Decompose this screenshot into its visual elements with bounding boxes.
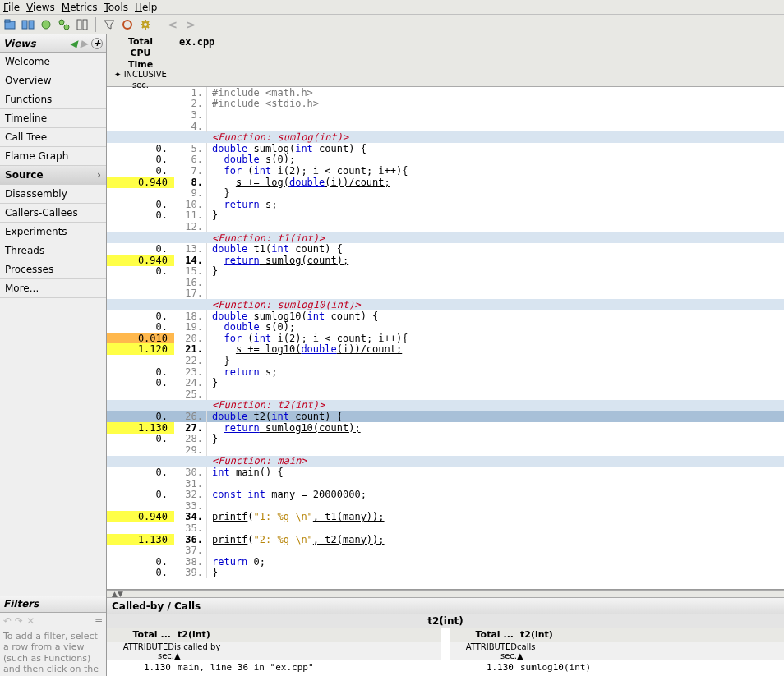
views-header: Views ◀ ▶ + bbox=[0, 34, 106, 53]
sidebar-item-functions[interactable]: Functions bbox=[0, 90, 106, 109]
source-line[interactable]: 2.#include <stdio.h> bbox=[174, 99, 784, 110]
source-line[interactable]: 29. bbox=[174, 444, 784, 456]
source-line[interactable]: 5.double sumlog(int count) { bbox=[174, 143, 784, 154]
source-line[interactable]: 13.double t1(int count) { bbox=[174, 243, 784, 255]
source-line[interactable]: 7. for (int i(2); i < count; i++){ bbox=[174, 165, 784, 177]
menu-tools[interactable]: Tools bbox=[104, 2, 128, 13]
col-total[interactable]: Total ... bbox=[450, 628, 517, 642]
line-number: 37. bbox=[179, 545, 207, 556]
source-line[interactable]: 8. s += log(double(i))/count; bbox=[174, 177, 784, 188]
source-line[interactable]: 39.} bbox=[174, 568, 784, 579]
source-line[interactable]: 26.double t2(int count) { bbox=[174, 411, 784, 422]
source-line[interactable]: 25. bbox=[174, 389, 784, 400]
source-line[interactable]: 20. for (int i(2); i < count; i++){ bbox=[174, 333, 784, 344]
source-line[interactable]: 19. double s(0); bbox=[174, 321, 784, 333]
undo-icon[interactable]: ↶ bbox=[3, 615, 12, 627]
source-line[interactable]: 31. bbox=[174, 478, 784, 490]
menu-help[interactable]: Help bbox=[135, 2, 157, 13]
col-total[interactable]: Total ... bbox=[107, 628, 174, 642]
settings2-icon[interactable] bbox=[76, 18, 89, 31]
menu-file[interactable]: File bbox=[3, 2, 20, 13]
menu-metrics[interactable]: Metrics bbox=[62, 2, 98, 13]
source-line[interactable]: <Function: t1(int)> bbox=[174, 232, 784, 244]
calls-tab[interactable]: Called-by / Calls bbox=[107, 598, 784, 614]
table-row[interactable]: 1.130sumlog10(int) bbox=[450, 660, 784, 674]
menu-views[interactable]: Views bbox=[26, 2, 55, 13]
source-line[interactable]: 32.const int many = 20000000; bbox=[174, 489, 784, 500]
views-add-icon[interactable]: + bbox=[91, 38, 103, 49]
source-line[interactable]: <Function: sumlog(int)> bbox=[174, 131, 784, 143]
source-line[interactable]: 9. } bbox=[174, 187, 784, 199]
source-line[interactable]: 34.printf("1: %g \n", t1(many)); bbox=[174, 512, 784, 523]
source-line[interactable]: 28.} bbox=[174, 433, 784, 444]
sidebar-item-source[interactable]: Source bbox=[0, 166, 106, 185]
source-line[interactable]: 17. bbox=[174, 288, 784, 300]
source-line[interactable]: 38.return 0; bbox=[174, 556, 784, 568]
source-line[interactable]: 30.int main() { bbox=[174, 467, 784, 478]
filter-icon[interactable] bbox=[103, 18, 116, 31]
metric-cell: 0. bbox=[107, 209, 174, 221]
col-func[interactable]: t2(int) bbox=[517, 628, 784, 642]
views-prev-icon[interactable]: ◀ bbox=[70, 38, 77, 49]
line-number: 19. bbox=[179, 321, 207, 333]
source-line[interactable]: 4. bbox=[174, 121, 784, 132]
source-line[interactable]: <Function: t2(int)> bbox=[174, 400, 784, 412]
sidebar-item-more-[interactable]: More... bbox=[0, 279, 106, 298]
line-number: 38. bbox=[179, 556, 207, 568]
metric-cell: 0. bbox=[107, 143, 174, 154]
source-line[interactable]: 21. s += log10(double(i))/count; bbox=[174, 344, 784, 356]
remote-icon[interactable] bbox=[58, 18, 71, 31]
refresh-icon[interactable] bbox=[121, 18, 134, 31]
sidebar-item-timeline[interactable]: Timeline bbox=[0, 109, 106, 128]
nav-back-icon[interactable]: < bbox=[166, 18, 179, 31]
open-icon[interactable] bbox=[3, 18, 16, 31]
col-func[interactable]: t2(int) bbox=[174, 628, 441, 642]
sidebar-item-threads[interactable]: Threads bbox=[0, 241, 106, 260]
line-number: 23. bbox=[179, 366, 207, 378]
metric-header[interactable]: Total CPU Time ✦ INCLUSIVE sec. bbox=[107, 34, 174, 87]
nav-fwd-icon[interactable]: > bbox=[184, 18, 197, 31]
sidebar-item-callers-callees[interactable]: Callers-Callees bbox=[0, 204, 106, 223]
code-column[interactable]: ex.cpp 1.#include <math.h>2.#include <st… bbox=[174, 34, 784, 589]
source-line[interactable]: 27. return sumlog10(count); bbox=[174, 422, 784, 434]
source-line[interactable]: 15.} bbox=[174, 266, 784, 278]
source-line[interactable]: 18.double sumlog10(int count) { bbox=[174, 310, 784, 322]
source-line[interactable]: <Function: sumlog10(int)> bbox=[174, 299, 784, 310]
source-line[interactable]: 24.} bbox=[174, 377, 784, 389]
menu-icon[interactable]: ≡ bbox=[95, 615, 103, 627]
source-line[interactable]: 23. return s; bbox=[174, 366, 784, 378]
source-line[interactable]: 6. double s(0); bbox=[174, 154, 784, 166]
line-number: 3. bbox=[179, 109, 207, 121]
delete-icon[interactable]: ✕ bbox=[26, 615, 35, 627]
sidebar-item-flame-graph[interactable]: Flame Graph bbox=[0, 147, 106, 166]
sidebar-item-call-tree[interactable]: Call Tree bbox=[0, 128, 106, 147]
table-row[interactable]: 1.130main, line 36 in "ex.cpp" bbox=[107, 660, 441, 674]
source-line[interactable]: 12. bbox=[174, 221, 784, 232]
views-next-icon[interactable]: ▶ bbox=[81, 38, 88, 49]
sidebar-item-welcome[interactable]: Welcome bbox=[0, 53, 106, 71]
aggregate-icon[interactable] bbox=[39, 18, 53, 31]
source-line[interactable]: <Function: main> bbox=[174, 456, 784, 467]
source-line[interactable]: 36.printf("2: %g \n", t2(many)); bbox=[174, 534, 784, 545]
sidebar-item-experiments[interactable]: Experiments bbox=[0, 223, 106, 241]
svg-point-6 bbox=[64, 25, 69, 30]
source-line[interactable]: 1.#include <math.h> bbox=[174, 87, 784, 99]
sidebar-item-overview[interactable]: Overview bbox=[0, 71, 106, 90]
splitter-handle[interactable]: ▲▼ bbox=[107, 590, 784, 598]
compare-icon[interactable] bbox=[21, 18, 35, 31]
source-line[interactable]: 10. return s; bbox=[174, 199, 784, 210]
source-line[interactable]: 14. return sumlog(count); bbox=[174, 255, 784, 266]
source-line[interactable]: 22. } bbox=[174, 355, 784, 366]
source-line[interactable]: 16. bbox=[174, 277, 784, 288]
gear-icon[interactable] bbox=[139, 18, 152, 31]
source-line[interactable]: 35. bbox=[174, 522, 784, 534]
redo-icon[interactable]: ↷ bbox=[15, 615, 23, 627]
source-line[interactable]: 37. bbox=[174, 545, 784, 556]
source-line[interactable]: 3. bbox=[174, 109, 784, 121]
sidebar: Views ◀ ▶ + WelcomeOverviewFunctionsTime… bbox=[0, 34, 107, 676]
sidebar-item-disassembly[interactable]: Disassembly bbox=[0, 185, 106, 204]
metric-cell: 0. bbox=[107, 489, 174, 500]
source-line[interactable]: 11.} bbox=[174, 210, 784, 222]
sidebar-item-processes[interactable]: Processes bbox=[0, 260, 106, 279]
source-line[interactable]: 33. bbox=[174, 500, 784, 512]
